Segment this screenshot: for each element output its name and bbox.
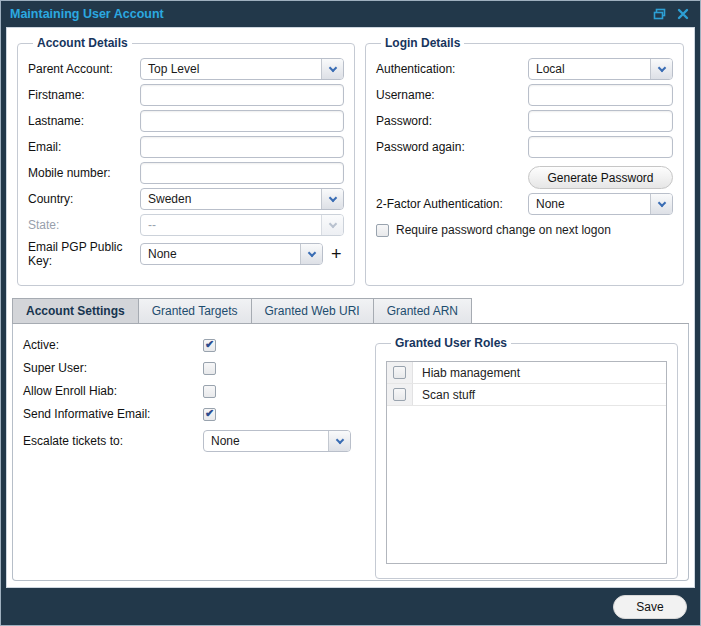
save-button[interactable]: Save <box>613 595 687 619</box>
list-item[interactable]: Hiab management <box>387 362 666 384</box>
account-details-fieldset: Account Details Parent Account: Top Leve… <box>17 36 355 286</box>
maintaining-user-account-dialog: Maintaining User Account Account Details… <box>0 0 701 626</box>
tab-granted-arn[interactable]: Granted ARN <box>374 298 472 323</box>
email-label: Email: <box>28 140 140 154</box>
mobile-number-row: Mobile number: <box>28 162 344 184</box>
close-icon[interactable] <box>674 6 692 22</box>
generate-password-button[interactable]: Generate Password <box>528 166 673 189</box>
country-value: Sweden <box>141 189 321 209</box>
escalate-tickets-label: Escalate tickets to: <box>23 434 203 448</box>
country-dropdown[interactable]: Sweden <box>140 188 344 210</box>
password-again-field[interactable] <box>528 136 673 158</box>
footer-bar: Save <box>1 588 700 625</box>
escalate-tickets-value: None <box>204 431 328 451</box>
two-factor-value: None <box>529 194 650 214</box>
pgp-key-label: Email PGP Public Key: <box>28 240 140 269</box>
email-field[interactable] <box>140 136 344 158</box>
send-informative-email-checkbox[interactable] <box>203 408 216 421</box>
active-label: Active: <box>23 338 203 352</box>
role-checkbox-cell <box>387 384 413 405</box>
authentication-value: Local <box>529 59 650 79</box>
send-informative-email-row: Send Informative Email: <box>23 407 365 421</box>
chevron-down-icon[interactable] <box>650 194 672 214</box>
account-settings-panel: Active: Super User: Allow Enroll Hiab: S… <box>12 324 689 581</box>
send-informative-email-label: Send Informative Email: <box>23 407 203 421</box>
require-password-change-label: Require password change on next logon <box>396 223 611 237</box>
role-scan-stuff-checkbox[interactable] <box>393 388 406 401</box>
chevron-down-icon[interactable] <box>650 59 672 79</box>
chevron-down-icon <box>321 215 343 235</box>
two-factor-dropdown[interactable]: None <box>528 193 673 215</box>
top-fieldsets-row: Account Details Parent Account: Top Leve… <box>12 34 689 286</box>
tab-granted-web-uri[interactable]: Granted Web URI <box>252 298 374 323</box>
state-label: State: <box>28 218 140 232</box>
parent-account-value: Top Level <box>141 59 321 79</box>
settings-column: Active: Super User: Allow Enroll Hiab: S… <box>23 336 365 570</box>
role-label: Scan stuff <box>413 384 475 405</box>
granted-user-roles-fieldset: Granted User Roles Hiab management Scan … <box>375 336 678 579</box>
pgp-key-dropdown[interactable]: None <box>140 243 323 265</box>
allow-enroll-hiab-checkbox[interactable] <box>203 385 216 398</box>
allow-enroll-hiab-row: Allow Enroll Hiab: <box>23 384 365 398</box>
add-pgp-key-icon[interactable]: + <box>331 245 342 263</box>
pgp-key-row: Email PGP Public Key: None + <box>28 240 344 269</box>
escalate-tickets-dropdown[interactable]: None <box>203 430 351 452</box>
role-checkbox-cell <box>387 362 413 383</box>
password-field[interactable] <box>528 110 673 132</box>
super-user-row: Super User: <box>23 361 365 375</box>
password-row: Password: <box>376 110 673 132</box>
tab-account-settings[interactable]: Account Settings <box>12 298 139 323</box>
lastname-label: Lastname: <box>28 114 140 128</box>
parent-account-dropdown[interactable]: Top Level <box>140 58 344 80</box>
active-checkbox[interactable] <box>203 339 216 352</box>
login-details-legend: Login Details <box>381 36 464 50</box>
mobile-number-field[interactable] <box>140 162 344 184</box>
chevron-down-icon[interactable] <box>300 244 322 264</box>
lastname-field[interactable] <box>140 110 344 132</box>
require-password-change-checkbox[interactable] <box>376 224 389 237</box>
account-details-legend: Account Details <box>33 36 132 50</box>
chevron-down-icon[interactable] <box>321 59 343 79</box>
firstname-label: Firstname: <box>28 88 140 102</box>
username-row: Username: <box>376 84 673 106</box>
generate-password-row: Generate Password <box>376 162 673 189</box>
state-value: -- <box>141 215 321 235</box>
state-dropdown: -- <box>140 214 344 236</box>
username-field[interactable] <box>528 84 673 106</box>
country-row: Country: Sweden <box>28 188 344 210</box>
chevron-down-icon[interactable] <box>321 189 343 209</box>
restore-icon[interactable] <box>650 6 668 22</box>
two-factor-row: 2-Factor Authentication: None <box>376 193 673 215</box>
firstname-field[interactable] <box>140 84 344 106</box>
escalate-tickets-row: Escalate tickets to: None <box>23 430 365 452</box>
dialog-content: Account Details Parent Account: Top Leve… <box>6 27 695 588</box>
username-label: Username: <box>376 88 528 102</box>
tab-granted-targets[interactable]: Granted Targets <box>139 298 252 323</box>
two-factor-label: 2-Factor Authentication: <box>376 197 528 211</box>
super-user-label: Super User: <box>23 361 203 375</box>
email-row: Email: <box>28 136 344 158</box>
authentication-row: Authentication: Local <box>376 58 673 80</box>
authentication-label: Authentication: <box>376 62 528 76</box>
titlebar: Maintaining User Account <box>1 1 700 27</box>
authentication-dropdown[interactable]: Local <box>528 58 673 80</box>
granted-user-roles-list[interactable]: Hiab management Scan stuff <box>386 361 667 564</box>
state-row: State: -- <box>28 214 344 236</box>
country-label: Country: <box>28 192 140 206</box>
parent-account-row: Parent Account: Top Level <box>28 58 344 80</box>
parent-account-label: Parent Account: <box>28 62 140 76</box>
require-password-change-row: Require password change on next logon <box>376 223 673 237</box>
password-again-label: Password again: <box>376 140 528 154</box>
super-user-checkbox[interactable] <box>203 362 216 375</box>
active-row: Active: <box>23 338 365 352</box>
granted-user-roles-legend: Granted User Roles <box>391 336 511 350</box>
window-title: Maintaining User Account <box>10 7 644 21</box>
list-item[interactable]: Scan stuff <box>387 384 666 406</box>
pgp-key-value: None <box>141 244 300 264</box>
chevron-down-icon[interactable] <box>328 431 350 451</box>
password-again-row: Password again: <box>376 136 673 158</box>
login-details-fieldset: Login Details Authentication: Local User… <box>365 36 684 286</box>
role-label: Hiab management <box>413 362 520 383</box>
role-hiab-management-checkbox[interactable] <box>393 366 406 379</box>
firstname-row: Firstname: <box>28 84 344 106</box>
